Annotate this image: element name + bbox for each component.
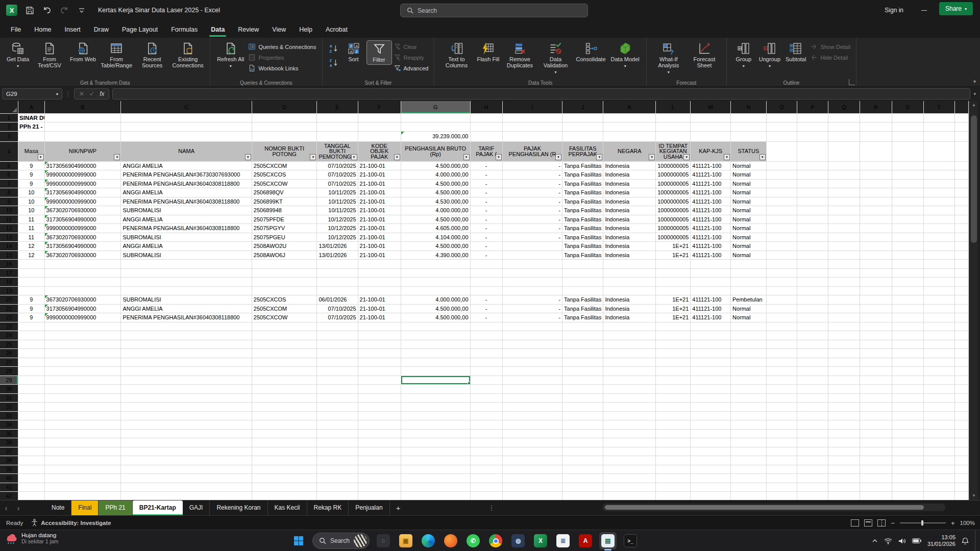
taskbar-app-dark-app[interactable]: ◌ (375, 532, 392, 549)
taskbar-app-whatsapp[interactable]: ✆ (464, 532, 482, 549)
cell-I2[interactable] (502, 122, 562, 132)
cell-Q41[interactable] (828, 483, 860, 492)
cell-E31[interactable] (317, 393, 358, 403)
cell-x30[interactable] (955, 385, 969, 394)
expand-formula-bar-icon[interactable]: ▾ (973, 91, 978, 96)
cell-x5[interactable] (955, 161, 969, 170)
horizontal-scrollbar[interactable] (602, 504, 945, 511)
cell-Q33[interactable] (828, 411, 860, 420)
column-header-A[interactable]: A (18, 101, 45, 113)
cell-N38[interactable] (730, 456, 766, 465)
cell-x25[interactable] (955, 340, 969, 349)
cell-R29[interactable] (860, 375, 892, 385)
cell-F1[interactable] (358, 113, 401, 122)
cell-L28[interactable] (656, 367, 691, 376)
column-header-K[interactable]: K (603, 101, 656, 113)
cell-A21[interactable]: 9 (18, 304, 45, 313)
cell-R11[interactable] (860, 215, 892, 224)
menu-tab-draw[interactable]: Draw (87, 22, 115, 38)
cell-C31[interactable] (121, 393, 252, 403)
cell-B28[interactable] (44, 367, 121, 376)
cell-D41[interactable] (252, 483, 317, 492)
cell-I11[interactable]: - (502, 215, 562, 224)
cell-R37[interactable] (860, 447, 892, 456)
cell-O15[interactable] (766, 251, 797, 260)
cell-B10[interactable]: 3673020706930000 (44, 206, 121, 215)
cell-B5[interactable]: 3173056904990000 (44, 161, 121, 170)
cell-G16[interactable] (401, 260, 470, 269)
cell-O28[interactable] (766, 367, 797, 376)
cell-F28[interactable] (358, 367, 401, 376)
column-header-D[interactable]: D (252, 101, 317, 113)
cell-R27[interactable] (860, 358, 892, 367)
cell-O4[interactable] (766, 141, 797, 161)
cell-B18[interactable] (44, 278, 121, 287)
cell-S40[interactable] (892, 474, 923, 483)
vertical-scroll-thumb[interactable] (971, 115, 977, 243)
cell-D24[interactable] (252, 331, 317, 340)
clock[interactable]: 13:05 31/01/2026 (927, 534, 955, 547)
cell-Q15[interactable] (828, 251, 860, 260)
cell-T38[interactable] (923, 456, 955, 465)
cell-J17[interactable] (562, 268, 603, 278)
consolidate-button[interactable]: Consolidate (573, 40, 608, 64)
cell-H31[interactable] (470, 393, 502, 403)
page-layout-view-icon[interactable] (864, 519, 872, 527)
cell-H37[interactable] (470, 447, 502, 456)
cell-Q39[interactable] (828, 465, 860, 474)
cell-A33[interactable] (18, 411, 45, 420)
cell-E26[interactable] (317, 349, 358, 358)
cell-K5[interactable]: Indonesia (603, 161, 656, 170)
cell-P25[interactable] (797, 340, 828, 349)
row-header-25[interactable]: 25 (0, 340, 18, 349)
cell-H17[interactable] (470, 268, 502, 278)
cell-H30[interactable] (470, 385, 502, 394)
cell-F34[interactable] (358, 420, 401, 430)
cell-R7[interactable] (860, 179, 892, 188)
forecast-sheet-button[interactable]: Forecast Sheet (687, 40, 722, 70)
cell-S36[interactable] (892, 438, 923, 447)
cell-J26[interactable] (562, 349, 603, 358)
cell-I19[interactable] (502, 286, 562, 295)
column-header-G[interactable]: G (401, 101, 470, 113)
cell-O10[interactable] (766, 206, 797, 215)
cell-L14[interactable]: 1E+21 (656, 242, 691, 251)
taskbar-app-document-app[interactable]: ≣ (554, 532, 572, 549)
cell-T39[interactable] (923, 465, 955, 474)
cell-M7[interactable]: 411121-100 (691, 179, 731, 188)
cell-Q2[interactable] (828, 122, 860, 132)
cell-L39[interactable] (656, 465, 691, 474)
cell-F32[interactable] (358, 403, 401, 412)
cell-H22[interactable]: - (470, 313, 502, 322)
cell-D28[interactable] (252, 367, 317, 376)
cell-N35[interactable] (730, 429, 766, 438)
sheet-nav-right-icon[interactable]: › (12, 504, 24, 512)
cell-B12[interactable]: 9990000000999000 (44, 224, 121, 233)
cell-M13[interactable]: 411121-100 (691, 233, 731, 242)
cell-H6[interactable]: - (470, 170, 502, 180)
cell-O33[interactable] (766, 411, 797, 420)
cell-F5[interactable]: 21-100-01 (358, 161, 401, 170)
cell-O7[interactable] (766, 179, 797, 188)
cell-A11[interactable]: 11 (18, 215, 45, 224)
filter-button[interactable]: Filter (366, 40, 392, 65)
cell-K12[interactable]: Indonesia (603, 224, 656, 233)
cell-F7[interactable]: 21-100-01 (358, 179, 401, 188)
cell-D42[interactable] (252, 492, 317, 500)
cell-P31[interactable] (797, 393, 828, 403)
cell-P11[interactable] (797, 215, 828, 224)
cell-T1[interactable] (923, 113, 955, 122)
cell-B6[interactable]: 9990000000999000 (44, 170, 121, 180)
minimize-button[interactable] (913, 0, 935, 20)
cell-T13[interactable] (923, 233, 955, 242)
taskbar-app-dark-blue-app[interactable]: ◍ (509, 532, 527, 549)
cell-I22[interactable]: - (502, 313, 562, 322)
cell-S38[interactable] (892, 456, 923, 465)
cell-R12[interactable] (860, 224, 892, 233)
cell-H8[interactable]: - (470, 188, 502, 197)
cell-T24[interactable] (923, 331, 955, 340)
search-highlight-image[interactable] (354, 534, 367, 547)
cell-I30[interactable] (502, 385, 562, 394)
cell-I13[interactable]: - (502, 233, 562, 242)
cell-C4[interactable]: NAMA▾ (121, 141, 252, 161)
